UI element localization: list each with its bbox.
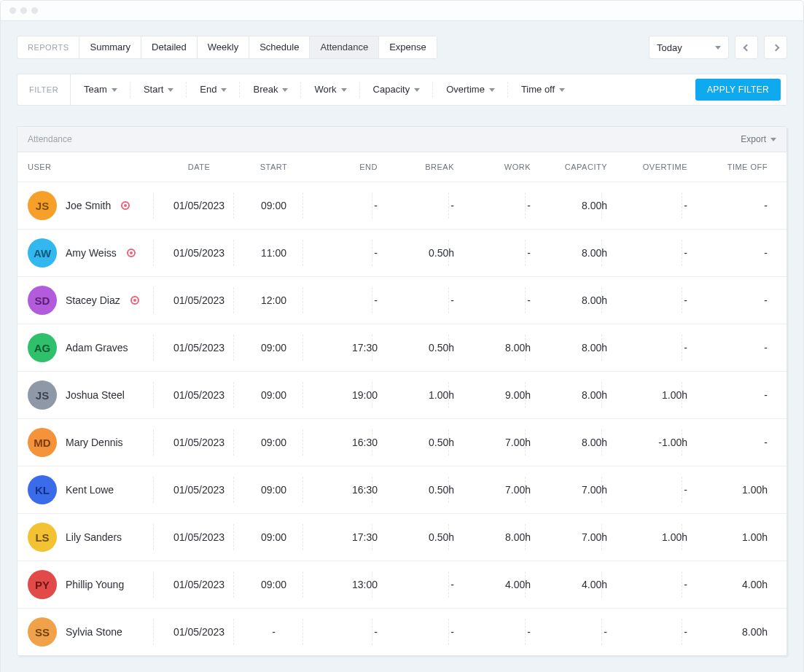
cell-start: 11:00 (239, 247, 308, 259)
table-row[interactable]: LSLily Sanders01/05/202309:0017:300.50h8… (17, 514, 787, 561)
user-name: Phillip Young (66, 579, 124, 590)
filter-label-text: Start (144, 74, 163, 105)
cell-overtime: - (607, 484, 687, 496)
user-name: Joshua Steel (66, 389, 125, 401)
table-row[interactable]: MDMary Dennis01/05/202309:0016:300.50h7.… (17, 419, 787, 466)
user-name: Stacey Diaz (66, 294, 120, 306)
filter-label-text: Capacity (373, 74, 410, 105)
caret-down-icon (221, 88, 227, 92)
cell-start: - (239, 626, 308, 638)
user-name: Mary Dennis (66, 437, 123, 448)
tab-attendance[interactable]: Attendance (310, 36, 379, 58)
tab-schedule[interactable]: Schedule (249, 36, 310, 58)
cell-break: 0.50h (378, 247, 454, 259)
tab-detailed[interactable]: Detailed (141, 36, 198, 58)
filter-bar: FILTER TeamStartEndBreakWorkCapacityOver… (17, 74, 787, 106)
col-start: START (239, 163, 308, 171)
cell-break: 0.50h (378, 531, 454, 543)
cell-date: 01/05/2023 (159, 437, 239, 448)
tab-expense[interactable]: Expense (379, 36, 437, 58)
apply-filter-button[interactable]: APPLY FILTER (695, 79, 781, 101)
avatar: SS (28, 617, 57, 646)
cell-end: 17:30 (308, 531, 378, 543)
table-row[interactable]: SSSylvia Stone01/05/2023------8.00h (17, 609, 787, 655)
avatar: JS (28, 191, 57, 220)
avatar: KL (28, 475, 57, 504)
filter-end[interactable]: End (187, 74, 240, 105)
cell-end: - (308, 200, 378, 211)
filter-work[interactable]: Work (301, 74, 359, 105)
user-cell: JSJoshua Steel (28, 380, 159, 410)
caret-down-icon (414, 88, 420, 92)
cell-start: 09:00 (239, 200, 308, 211)
cell-work: 7.00h (454, 484, 531, 496)
table-row[interactable]: KLKent Lowe01/05/202309:0016:300.50h7.00… (17, 466, 787, 514)
user-name: Joe Smith (66, 200, 111, 211)
cell-timeoff: 4.00h (687, 579, 768, 590)
avatar: MD (28, 428, 57, 457)
cell-end: - (308, 294, 378, 306)
cell-break: 0.50h (378, 484, 454, 496)
cell-end: 16:30 (308, 437, 378, 448)
cell-timeoff: 8.00h (687, 626, 768, 638)
cell-break: - (378, 294, 454, 306)
export-button[interactable]: Export (741, 134, 776, 144)
user-cell: LSLily Sanders (28, 523, 159, 552)
chevron-right-icon (772, 44, 779, 51)
table-row[interactable]: JSJoshua Steel01/05/202309:0019:001.00h9… (17, 372, 787, 419)
attendance-panel: Attendance Export USER DATE START END BR… (17, 126, 787, 656)
date-range-select[interactable]: Today (649, 36, 729, 59)
filter-capacity[interactable]: Capacity (360, 74, 434, 105)
table-row[interactable]: JSJoe Smith01/05/202309:00---8.00h-- (17, 182, 787, 230)
cell-end: 17:30 (308, 342, 378, 353)
cell-start: 09:00 (239, 437, 308, 448)
table-header-row: USER DATE START END BREAK WORK CAPACITY … (17, 152, 787, 182)
filter-break[interactable]: Break (240, 74, 301, 105)
cell-timeoff: 1.00h (687, 484, 768, 496)
avatar: JS (28, 380, 57, 410)
user-cell: MDMary Dennis (28, 428, 159, 457)
cell-timeoff: - (687, 437, 768, 448)
user-name: Adam Graves (66, 342, 128, 353)
avatar: LS (28, 523, 57, 552)
user-cell: SSSylvia Stone (28, 617, 159, 646)
cell-work: - (454, 200, 531, 211)
cell-date: 01/05/2023 (159, 247, 239, 259)
col-user: USER (28, 163, 159, 171)
cell-work: 8.00h (454, 342, 531, 353)
filter-start[interactable]: Start (130, 74, 187, 105)
col-capacity: CAPACITY (531, 163, 607, 171)
caret-down-icon (489, 88, 495, 92)
date-next-button[interactable] (764, 36, 787, 59)
tab-weekly[interactable]: Weekly (198, 36, 249, 58)
table-body: JSJoe Smith01/05/202309:00---8.00h--AWAm… (17, 182, 787, 655)
report-tabs: REPORTS SummaryDetailedWeeklyScheduleAtt… (17, 36, 437, 59)
table-row[interactable]: PYPhillip Young01/05/202309:0013:00-4.00… (17, 561, 787, 609)
status-active-icon (130, 296, 139, 305)
cell-overtime: - (607, 342, 687, 353)
filter-label-text: Team (84, 74, 107, 105)
table-row[interactable]: AGAdam Graves01/05/202309:0017:300.50h8.… (17, 324, 787, 372)
cell-overtime: - (607, 294, 687, 306)
table-row[interactable]: AWAmy Weiss01/05/202311:00-0.50h-8.00h-- (17, 230, 787, 277)
filter-team[interactable]: Team (71, 74, 130, 105)
filter-items: TeamStartEndBreakWorkCapacityOvertimeTim… (71, 74, 695, 105)
tabs-container: SummaryDetailedWeeklyScheduleAttendanceE… (79, 36, 436, 58)
tabs-group-label: REPORTS (17, 36, 79, 58)
cell-overtime: 1.00h (607, 531, 687, 543)
cell-start: 09:00 (239, 342, 308, 353)
filter-time-off[interactable]: Time off (508, 74, 578, 105)
cell-date: 01/05/2023 (159, 626, 239, 638)
filter-label-text: Time off (521, 74, 555, 105)
date-range-label: Today (657, 42, 682, 53)
date-prev-button[interactable] (735, 36, 758, 59)
tab-summary[interactable]: Summary (79, 36, 141, 58)
cell-capacity: 8.00h (531, 437, 607, 448)
filter-overtime[interactable]: Overtime (433, 74, 508, 105)
cell-start: 09:00 (239, 389, 308, 401)
cell-end: - (308, 626, 378, 638)
cell-overtime: -1.00h (607, 437, 687, 448)
table-row[interactable]: SDStacey Diaz01/05/202312:00---8.00h-- (17, 277, 787, 324)
cell-end: - (308, 247, 378, 259)
col-date: DATE (159, 163, 239, 171)
